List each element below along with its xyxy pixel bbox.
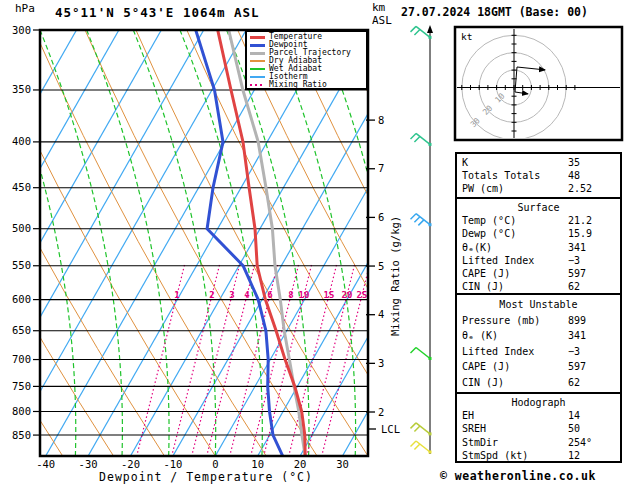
svg-text:6: 6	[378, 211, 384, 223]
stat-label: Lifted Index	[462, 344, 568, 360]
stats-panel: K35Totals Totals48PW (cm)2.52SurfaceTemp…	[455, 152, 622, 463]
stat-row: K35	[462, 156, 615, 169]
stat-label: Lifted Index	[462, 254, 568, 267]
stat-value: 21.2	[568, 214, 615, 227]
svg-text:3: 3	[229, 290, 234, 300]
stat-row: Temp (°C)21.2	[462, 214, 615, 227]
stats-box-title: Hodograph	[462, 396, 615, 409]
stat-value: 50	[568, 422, 615, 435]
stat-row: θₑ (K)341	[462, 328, 615, 344]
wind-barb-icon	[411, 133, 432, 146]
stat-row: EH14	[462, 409, 615, 422]
mixing-ratio-lines	[138, 265, 370, 453]
svg-text:20: 20	[294, 458, 307, 470]
stat-label: CIN (J)	[462, 375, 568, 391]
legend-item-mixing-ratio: Mixing Ratio	[250, 81, 366, 89]
stats-box-indices: K35Totals Totals48PW (cm)2.52	[455, 152, 622, 199]
stat-label: SREH	[462, 422, 568, 435]
svg-text:800: 800	[12, 405, 31, 417]
altitude-axis-unit: kmASL	[372, 1, 392, 27]
stat-value: 15.9	[568, 227, 615, 240]
lcl-label: LCL	[381, 423, 400, 435]
svg-text:20: 20	[342, 290, 353, 300]
stats-box-hodograph: HodographEH14SREH50StmDir254°StmSpd (kt)…	[455, 392, 622, 463]
stat-row: Lifted Index−3	[462, 344, 615, 360]
svg-text:6: 6	[267, 290, 272, 300]
svg-text:600: 600	[12, 293, 31, 305]
legend-swatch	[250, 52, 265, 55]
stat-row: θₑ(K)341	[462, 241, 615, 254]
legend-item-wet-adiabat: Wet Adiabat	[250, 65, 366, 73]
stat-value: 341	[568, 328, 615, 344]
svg-text:2: 2	[378, 406, 384, 418]
skewt-sounding-page: 1234681015202530035040045050055060065070…	[0, 0, 629, 486]
legend-item-temperature: Temperature	[250, 33, 366, 41]
svg-text:550: 550	[12, 259, 31, 271]
svg-text:8: 8	[378, 114, 384, 126]
wind-barb-icon	[411, 347, 432, 360]
stat-label: K	[462, 156, 568, 169]
stat-row: StmSpd (kt)12	[462, 449, 615, 462]
wind-barb-icon	[411, 441, 432, 454]
stat-value: 597	[568, 267, 615, 280]
stat-value: 35	[568, 156, 615, 169]
stat-label: Totals Totals	[462, 169, 568, 182]
wind-barb-column	[411, 25, 434, 454]
pressure-gridlines	[41, 90, 367, 435]
stat-label: Dewp (°C)	[462, 227, 568, 240]
svg-text:700: 700	[12, 353, 31, 365]
stat-row: CAPE (J)597	[462, 267, 615, 280]
stat-label: StmDir	[462, 436, 568, 449]
stat-row: Pressure (mb)899	[462, 313, 615, 329]
stat-row: CIN (J)62	[462, 375, 615, 391]
stat-row: SREH50	[462, 422, 615, 435]
stat-value: 899	[568, 313, 615, 329]
svg-text:400: 400	[12, 135, 31, 147]
svg-text:3: 3	[378, 357, 384, 369]
legend-label: Mixing Ratio	[269, 81, 327, 89]
svg-text:1: 1	[174, 290, 179, 300]
stat-row: PW (cm)2.52	[462, 182, 615, 195]
temperature-tick-labels: -40-30-20-100102030	[36, 458, 349, 470]
svg-text:4: 4	[244, 290, 250, 300]
svg-text:7: 7	[378, 162, 384, 174]
svg-text:25: 25	[357, 290, 368, 300]
svg-text:500: 500	[12, 222, 31, 234]
stat-value: 14	[568, 409, 615, 422]
svg-text:350: 350	[12, 83, 31, 95]
svg-text:450: 450	[12, 181, 31, 193]
svg-text:0: 0	[212, 458, 218, 470]
stat-value: 254°	[568, 436, 615, 449]
stat-label: CIN (J)	[462, 280, 568, 293]
svg-text:15: 15	[324, 290, 335, 300]
stat-label: Pressure (mb)	[462, 313, 568, 329]
legend-swatch	[250, 44, 265, 47]
stats-box-title: Most Unstable	[462, 297, 615, 313]
svg-text:-10: -10	[163, 458, 182, 470]
stat-row: Lifted Index−3	[462, 254, 615, 267]
stat-label: θₑ(K)	[462, 241, 568, 254]
x-axis-label: Dewpoint / Temperature (°C)	[40, 470, 372, 484]
pressure-tick-labels: 300350400450500550600650700750800850	[12, 24, 40, 441]
stat-row: Totals Totals48	[462, 169, 615, 182]
legend-swatch	[250, 60, 265, 62]
svg-text:4: 4	[378, 308, 384, 320]
svg-text:-30: -30	[79, 458, 98, 470]
stat-value: 62	[568, 280, 615, 293]
stat-label: PW (cm)	[462, 182, 568, 195]
svg-text:-20: -20	[121, 458, 140, 470]
stats-box-surface: SurfaceTemp (°C)21.2Dewp (°C)15.9θₑ(K)34…	[455, 197, 622, 295]
svg-text:2: 2	[209, 290, 214, 300]
stat-row: Dewp (°C)15.9	[462, 227, 615, 240]
stat-row: StmDir254°	[462, 436, 615, 449]
svg-text:30: 30	[336, 458, 349, 470]
credit-watermark: © weatheronline.co.uk	[440, 469, 596, 483]
stat-value: 62	[568, 375, 615, 391]
stat-label: CAPE (J)	[462, 267, 568, 280]
stat-value: −3	[568, 344, 615, 360]
svg-text:8: 8	[288, 290, 293, 300]
stat-value: −3	[568, 254, 615, 267]
altitude-axis-asl: ASL	[372, 14, 392, 27]
svg-text:750: 750	[12, 380, 31, 392]
mixing-ratio-axis-label: Mixing Ratio (g/kg)	[389, 216, 401, 336]
